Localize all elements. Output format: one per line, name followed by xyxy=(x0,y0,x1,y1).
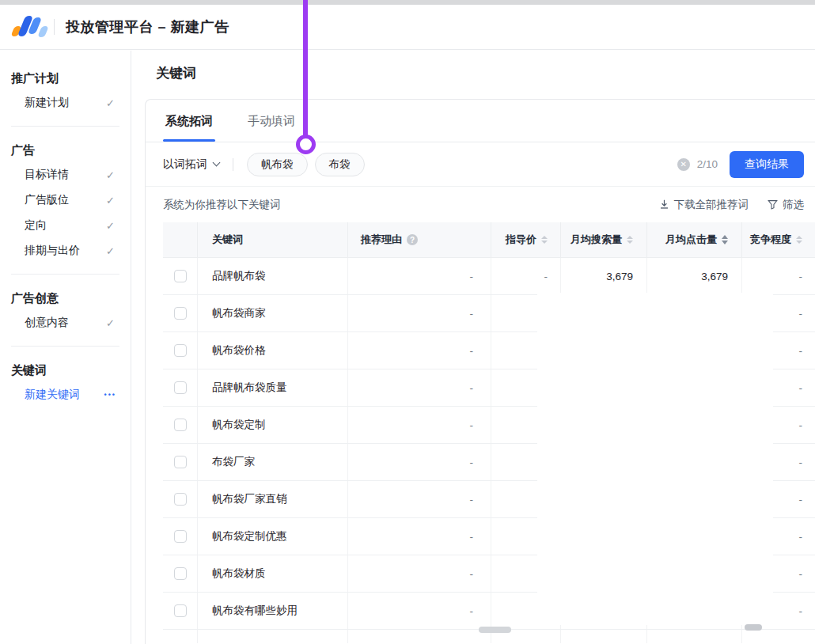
column-monthly-search-label: 月均搜索量 xyxy=(570,233,622,247)
check-icon: ✓ xyxy=(106,317,115,329)
row-checkbox[interactable] xyxy=(174,456,187,468)
tag-usage-count: 2/10 xyxy=(697,158,718,170)
keyword-cell: 帆布袋价格 xyxy=(198,332,348,369)
sidebar-divider xyxy=(11,274,119,275)
checkbox-cell xyxy=(163,332,198,369)
horizontal-scrollbar-thumb[interactable] xyxy=(479,627,511,633)
sidebar-item-target-details[interactable]: 目标详情 ✓ xyxy=(11,162,119,188)
checkbox-cell xyxy=(163,593,198,629)
sidebar-divider xyxy=(11,346,119,347)
keyword-cell: 帆布袋厂家直销 xyxy=(198,481,348,517)
keyword-cell: 帆布袋材质 xyxy=(198,555,348,592)
column-monthly-click: 月均点击量 xyxy=(647,222,742,257)
row-checkbox[interactable] xyxy=(174,307,187,320)
keyword-tag-cloth-bag[interactable]: 布袋 xyxy=(315,153,365,176)
sidebar-item-creative-content[interactable]: 创意内容 ✓ xyxy=(11,310,119,335)
keyword-cell: 帆布袋定制优惠 xyxy=(198,518,348,555)
row-checkbox[interactable] xyxy=(174,419,187,431)
clear-all-icon[interactable]: ✕ xyxy=(677,158,690,171)
column-guide-price-label: 指导价 xyxy=(506,233,536,247)
check-icon: ✓ xyxy=(106,245,115,257)
keyword-cell: 品牌帆布袋质量 xyxy=(198,369,348,406)
row-checkbox[interactable] xyxy=(174,604,187,617)
sidebar-item-label: 目标详情 xyxy=(25,168,69,182)
expand-mode-dropdown[interactable]: 以词拓词 xyxy=(163,157,219,172)
sidebar-item-label: 创意内容 xyxy=(25,316,69,330)
download-icon xyxy=(659,199,669,210)
row-checkbox[interactable] xyxy=(174,381,187,394)
filter-link[interactable]: 筛选 xyxy=(768,198,804,212)
reason-cell: - xyxy=(348,481,491,517)
sidebar-item-label: 排期与出价 xyxy=(25,244,80,258)
sidebar-section-promotion-plan: 推广计划 xyxy=(11,66,119,90)
table-row: 品牌帆布袋 - - 3,679 3,679 - xyxy=(163,258,815,295)
annotation-pointer-line xyxy=(303,0,308,136)
keyword-tag-canvas-bag[interactable]: 帆布袋 xyxy=(247,153,308,176)
sidebar-item-new-keyword[interactable]: 新建关键词 ••• xyxy=(11,382,119,407)
reason-cell: - xyxy=(348,518,491,555)
blank-overlay xyxy=(537,293,773,625)
reason-cell: - xyxy=(348,369,491,406)
sidebar-item-new-plan[interactable]: 新建计划 ✓ xyxy=(11,90,119,116)
sort-icon[interactable] xyxy=(796,236,802,244)
row-checkbox[interactable] xyxy=(174,530,187,543)
sidebar-section-ad-creative: 广告创意 xyxy=(11,286,119,310)
tab-bar: 系统拓词 手动填词 xyxy=(146,100,815,142)
row-checkbox[interactable] xyxy=(174,567,187,580)
tab-manual-fill[interactable]: 手动填词 xyxy=(245,114,298,142)
check-icon: ✓ xyxy=(106,195,115,206)
reason-cell: - xyxy=(348,407,491,443)
sort-icon-active[interactable] xyxy=(722,235,728,244)
check-icon: ✓ xyxy=(106,220,115,232)
sidebar-divider xyxy=(11,126,119,127)
checkbox-cell xyxy=(163,481,198,517)
sidebar-item-label: 新建关键词 xyxy=(25,388,80,402)
column-monthly-search: 月均搜索量 xyxy=(561,222,647,257)
horizontal-scrollbar-thumb[interactable] xyxy=(745,624,762,631)
checkbox-cell xyxy=(163,295,198,331)
filter-label: 筛选 xyxy=(783,198,804,212)
table-header-row: 关键词 推荐理由 ? 指导价 月均搜索量 月均点击量 竞争程度 xyxy=(163,222,815,258)
sidebar-item-schedule-bid[interactable]: 排期与出价 ✓ xyxy=(11,238,119,263)
reason-cell: - xyxy=(348,593,491,629)
header-divider xyxy=(54,19,55,35)
app-title: 投放管理平台 – 新建广告 xyxy=(66,17,229,36)
column-reason-label: 推荐理由 xyxy=(361,233,402,247)
keyword-cell: 帆布袋定制 xyxy=(198,407,348,443)
tab-system-expand[interactable]: 系统拓词 xyxy=(163,114,215,142)
row-checkbox[interactable] xyxy=(174,493,187,506)
funnel-icon xyxy=(768,199,778,210)
checkbox-cell xyxy=(163,555,198,592)
keyword-cell: 布袋厂家 xyxy=(198,444,348,480)
more-dots-icon[interactable]: ••• xyxy=(104,391,116,399)
reason-cell: - xyxy=(348,444,491,480)
monthly-search-cell: 3,679 xyxy=(561,258,647,294)
guide-price-cell: - xyxy=(491,258,561,294)
keyword-cell: 帆布袋商家 xyxy=(198,295,348,331)
help-icon[interactable]: ? xyxy=(407,234,418,245)
row-checkbox[interactable] xyxy=(174,344,187,357)
reason-cell: - xyxy=(348,555,491,592)
checkbox-cell xyxy=(163,407,198,443)
download-all-link[interactable]: 下载全部推荐词 xyxy=(659,198,749,212)
recommend-hint: 系统为你推荐以下关键词 xyxy=(163,198,281,212)
checkbox-cell xyxy=(163,444,198,480)
reason-cell: - xyxy=(348,258,491,294)
query-results-button[interactable]: 查询结果 xyxy=(730,151,804,178)
sort-icon[interactable] xyxy=(541,236,548,244)
sort-icon[interactable] xyxy=(627,236,633,244)
sidebar-section-ad: 广告 xyxy=(11,138,119,162)
row-checkbox[interactable] xyxy=(174,270,187,282)
check-icon: ✓ xyxy=(106,97,115,109)
keyword-toolbar: 以词拓词 帆布袋 布袋 ✕ 2/10 查询结果 xyxy=(146,142,815,187)
sidebar: 推广计划 新建计划 ✓ 广告 目标详情 ✓ 广告版位 ✓ 定向 ✓ 排期与出价 … xyxy=(0,51,131,644)
sidebar-item-ad-placement[interactable]: 广告版位 ✓ xyxy=(11,188,119,213)
sidebar-item-targeting[interactable]: 定向 ✓ xyxy=(11,213,119,238)
competition-cell: - xyxy=(742,258,815,294)
sidebar-section-keywords: 关键词 xyxy=(11,358,119,382)
column-reason: 推荐理由 ? xyxy=(348,222,491,257)
chevron-down-icon xyxy=(213,159,221,167)
checkbox-cell xyxy=(163,258,198,294)
download-label: 下载全部推荐词 xyxy=(674,198,749,212)
expand-mode-label: 以词拓词 xyxy=(163,157,207,172)
